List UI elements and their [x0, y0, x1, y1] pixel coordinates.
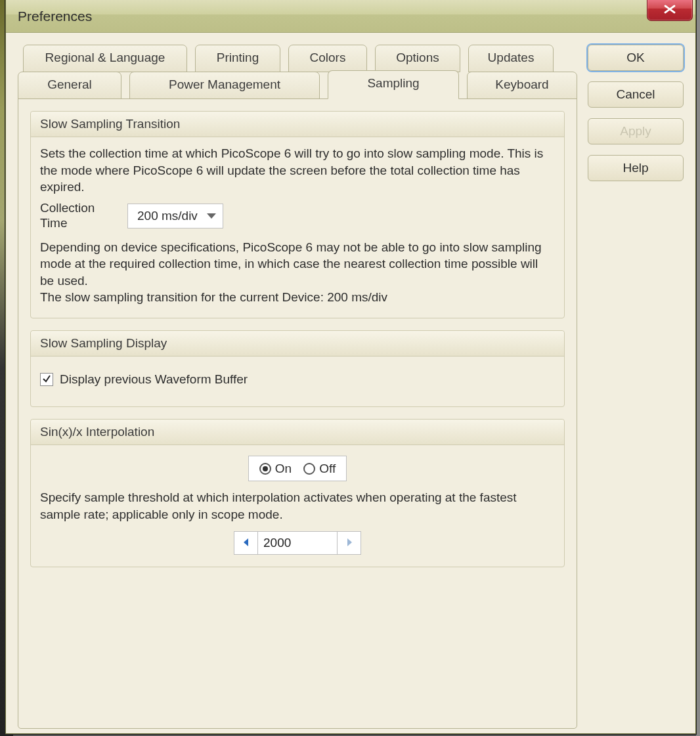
- interpolation-radio-group: On Off: [248, 456, 347, 482]
- radio-icon: [303, 463, 315, 475]
- desktop-background-right: [696, 0, 700, 736]
- collection-time-dropdown[interactable]: 200 ms/div: [127, 204, 223, 228]
- tab-label: Colors: [310, 51, 346, 64]
- tab-printing[interactable]: Printing: [195, 45, 280, 72]
- display-prev-buffer-label: Display previous Waveform Buffer: [60, 371, 248, 388]
- group-slow-sampling-display: Slow Sampling Display Display previous W…: [30, 330, 565, 407]
- tab-updates[interactable]: Updates: [468, 45, 554, 72]
- tab-panel-sampling: Slow Sampling Transition Sets the collec…: [18, 98, 577, 729]
- threshold-decrement[interactable]: [234, 532, 258, 554]
- tab-regional-language[interactable]: Regional & Language: [23, 45, 187, 72]
- tab-label: General: [47, 77, 92, 91]
- help-button[interactable]: Help: [588, 155, 684, 181]
- threshold-increment[interactable]: [337, 532, 361, 554]
- group-slow-sampling-transition: Slow Sampling Transition Sets the collec…: [30, 111, 565, 318]
- close-icon: [664, 3, 676, 17]
- slow-sampling-desc-2: Depending on device specifications, Pico…: [40, 239, 555, 290]
- tab-general[interactable]: General: [18, 72, 121, 99]
- display-prev-buffer-checkbox[interactable]: [40, 373, 53, 386]
- tab-label: Power Management: [169, 77, 280, 91]
- tab-sampling[interactable]: Sampling: [328, 70, 459, 99]
- preferences-window: Preferences Regional & Language Printing…: [5, 0, 696, 734]
- radio-label: On: [275, 460, 292, 477]
- tab-label: Updates: [488, 51, 535, 64]
- titlebar[interactable]: Preferences: [6, 0, 695, 33]
- collection-time-label: Collection Time: [40, 201, 116, 231]
- tab-colors[interactable]: Colors: [288, 45, 367, 72]
- close-button[interactable]: [647, 0, 693, 21]
- cancel-button[interactable]: Cancel: [588, 81, 684, 108]
- ok-button[interactable]: OK: [588, 45, 684, 71]
- chevron-down-icon: [207, 213, 216, 219]
- slow-sampling-desc-3: The slow sampling transition for the cur…: [40, 289, 555, 306]
- interpolation-on-radio[interactable]: On: [259, 460, 292, 477]
- apply-button: Apply: [588, 118, 684, 144]
- tab-label: Keyboard: [495, 77, 548, 91]
- tab-label: Regional & Language: [45, 51, 165, 64]
- radio-icon: [259, 463, 271, 475]
- group-title: Slow Sampling Transition: [31, 112, 564, 137]
- threshold-input[interactable]: [258, 532, 337, 554]
- window-title: Preferences: [18, 9, 92, 24]
- svg-marker-0: [244, 538, 248, 546]
- threshold-stepper: [234, 531, 361, 555]
- group-sinx-interpolation: Sin(x)/x Interpolation On: [30, 419, 565, 567]
- slow-sampling-desc-1: Sets the collection time at which PicoSc…: [40, 145, 555, 196]
- group-title: Sin(x)/x Interpolation: [31, 420, 564, 445]
- tab-power-management[interactable]: Power Management: [129, 72, 320, 99]
- radio-label: Off: [319, 460, 336, 477]
- triangle-right-icon: [346, 534, 353, 552]
- tab-label: Printing: [217, 51, 259, 64]
- tab-options[interactable]: Options: [375, 45, 460, 72]
- tab-label: Options: [396, 51, 439, 64]
- interpolation-off-radio[interactable]: Off: [303, 460, 336, 477]
- interpolation-desc: Specify sample threshold at which interp…: [40, 489, 555, 523]
- tab-label: Sampling: [367, 76, 419, 90]
- triangle-left-icon: [243, 534, 250, 552]
- dialog-buttons-column: OK Cancel Apply Help: [577, 45, 684, 722]
- check-icon: [42, 371, 51, 388]
- group-title: Slow Sampling Display: [31, 331, 564, 357]
- dropdown-value: 200 ms/div: [137, 207, 198, 225]
- tab-keyboard[interactable]: Keyboard: [467, 72, 577, 99]
- svg-marker-1: [347, 538, 352, 546]
- tab-container: Regional & Language Printing Colors Opti…: [18, 45, 577, 729]
